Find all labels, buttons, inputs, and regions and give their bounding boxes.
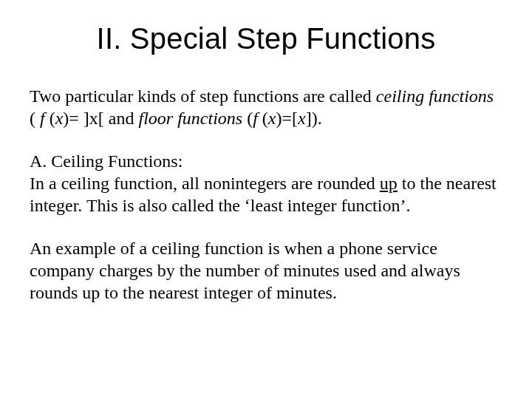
section-a-heading: A. Ceiling Functions: bbox=[30, 151, 183, 171]
slide: II. Special Step Functions Two particula… bbox=[0, 0, 532, 399]
intro-lead: Two particular kinds of step functions a… bbox=[30, 86, 376, 106]
intro-paragraph: Two particular kinds of step functions a… bbox=[30, 85, 502, 129]
x-var: x bbox=[55, 109, 64, 128]
slide-body: Two particular kinds of step functions a… bbox=[30, 85, 502, 304]
section-a: A. Ceiling Functions: In a ceiling funct… bbox=[30, 150, 502, 216]
slide-title: II. Special Step Functions bbox=[30, 22, 502, 55]
x-var: x bbox=[298, 109, 306, 128]
ceiling-functions-term: ceiling functions bbox=[376, 86, 494, 106]
intro-text: )= ]x[ and bbox=[63, 109, 138, 128]
f-symbol: f bbox=[40, 109, 50, 128]
intro-text: ( bbox=[242, 109, 253, 128]
intro-text: ( bbox=[30, 109, 40, 128]
example-paragraph: An example of a ceiling function is when… bbox=[30, 237, 502, 304]
floor-functions-term: floor functions bbox=[139, 109, 243, 128]
paren: ( bbox=[262, 109, 268, 128]
f-symbol: f bbox=[253, 109, 262, 128]
paren: ( bbox=[50, 109, 55, 128]
up-underlined: up bbox=[380, 174, 398, 193]
x-var: x bbox=[268, 109, 276, 128]
section-a-text: In a ceiling function, all nonintegers a… bbox=[30, 174, 380, 193]
intro-text: ]). bbox=[306, 109, 322, 128]
intro-text: )=[ bbox=[276, 109, 299, 128]
